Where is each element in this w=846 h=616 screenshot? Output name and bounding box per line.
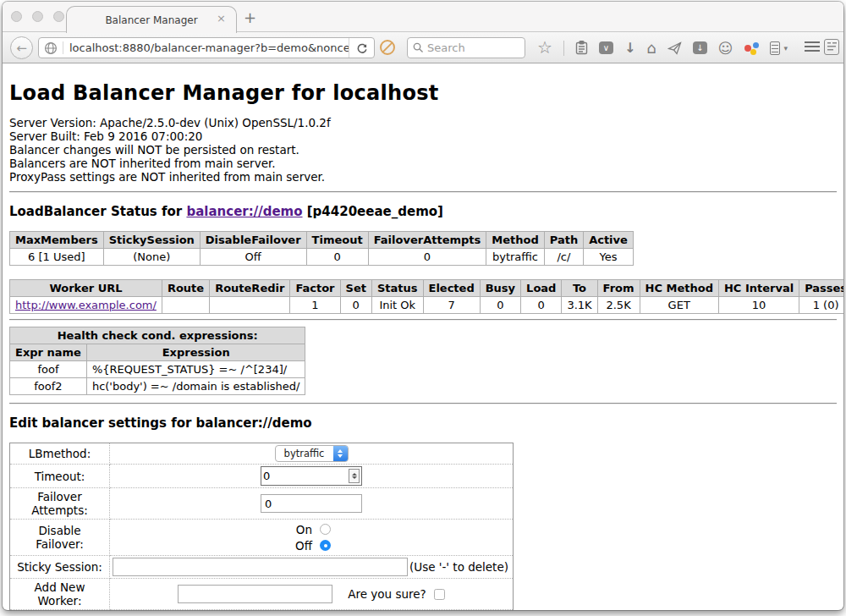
table-cell: 0 [521,297,562,314]
save-download-square-icon[interactable]: ↓ [693,41,707,54]
table-cell [210,297,290,314]
column-header: Busy [480,280,520,297]
proxypass-notice-line: ProxyPass settings are NOT inherited fro… [9,170,837,184]
timeout-input[interactable] [263,470,349,482]
table-cell: Init Ok [371,297,423,314]
failover-attempts-row: Failover Attempts: [10,488,514,520]
bookmark-star-icon[interactable]: ☆ [537,37,552,58]
disable-failover-off-radio[interactable] [320,540,331,551]
lbmethod-label: LBmethod: [10,443,110,465]
table-cell: foof2 [10,378,87,395]
status-heading-prefix: LoadBalancer Status for [9,204,186,219]
page-content: Load Balancer Manager for localhost Serv… [3,81,843,610]
url-bar[interactable]: localhost:8880/balancer-manager?b=demo&n… [38,37,375,58]
table-header-row: MaxMembersStickySessionDisableFailoverTi… [10,232,634,249]
are-you-sure-checkbox[interactable] [434,589,445,600]
disable-failover-on-radio[interactable] [320,524,331,535]
table-cell: 0 [306,249,368,266]
number-spinner-icon[interactable] [349,469,360,483]
column-header: HC Method [640,280,718,297]
table-cell: 6 [1 Used] [10,249,104,266]
toolbar-divider [563,41,564,56]
reload-button[interactable] [349,38,374,58]
table-cell: 10 [718,297,799,314]
table-row: foof2hc('body') =~ /domain is establishe… [10,378,305,395]
table-row: http://www.example.com/10Init Ok7003.1K2… [10,297,844,314]
select-stepper-icon [333,446,348,461]
tab-close-icon[interactable]: × [217,13,226,24]
on-radio-label: On [292,523,312,536]
persist-notice-line: Balancer changes will NOT be persisted o… [9,143,837,157]
table-cell: hc('body') =~ /domain is established/ [86,378,305,395]
table-cell: 2.5K [597,297,640,314]
column-header: Elected [423,280,480,297]
clipboard-icon[interactable] [575,41,588,55]
content-blocked-icon[interactable] [380,40,395,55]
new-tab-button[interactable]: + [244,8,256,26]
table-row: 6 [1 Used](None)Off00bytraffic/c/Yes [10,249,634,266]
toolbar-icons: ☆ ∨ ↓ ⌂ ↓ ☺ ▾ [537,32,788,63]
window-zoom-button[interactable] [53,11,64,22]
back-button[interactable]: ← [10,36,33,59]
lbmethod-selected-value: bytraffic [276,446,333,461]
table-cell: 7 [423,297,480,314]
section-divider [9,191,837,193]
off-radio-label: Off [292,539,312,553]
table-cell: 0 [340,297,371,314]
table-cell: http://www.example.com/ [10,297,162,314]
timeout-label: Timeout: [10,465,110,488]
table-cell: /c/ [544,249,583,266]
table-row: foof%{REQUEST_STATUS} =~ /^[234]/ [10,361,305,378]
lbmethod-select[interactable]: bytraffic [275,445,349,462]
table-cell: 1 (0) [799,297,843,314]
browser-titlebar: Balancer Manager × + [3,2,843,32]
home-icon[interactable]: ⌂ [646,39,656,57]
server-built-line: Server Built: Feb 9 2016 07:00:20 [9,129,837,143]
browser-navbar: ← localhost:8880/balancer-manager?b=demo… [3,32,843,63]
window-minimize-button[interactable] [32,11,43,22]
smiley-icon[interactable]: ☺ [718,40,733,57]
column-header: Passes [799,280,843,297]
table-cell: Yes [584,249,634,266]
search-bar[interactable]: Search [407,37,525,58]
colored-dots-extension-icon[interactable] [744,41,759,55]
balancer-demo-link[interactable]: balancer://demo [186,204,302,219]
column-header: Method [486,232,544,249]
server-info: Server Version: Apache/2.5.0-dev (Unix) … [9,116,837,184]
search-placeholder: Search [427,41,465,54]
failover-attempts-input[interactable] [261,494,362,513]
send-plane-icon[interactable] [667,41,682,55]
worker-url-link[interactable]: http://www.example.com/ [15,299,157,311]
add-worker-label: Add New Worker: [10,579,110,610]
sidebar-notebook-icon[interactable] [770,41,780,55]
pocket-icon[interactable]: ∨ [599,41,613,54]
browser-tab[interactable]: Balancer Manager × [66,6,237,33]
downloads-icon[interactable]: ↓ [624,40,635,56]
table-cell: (None) [103,249,200,266]
section-divider [9,403,837,404]
balancers-notice-line: Balancers are NOT inherited from main se… [9,157,837,170]
column-header: Route [162,280,209,297]
table-cell: GET [640,297,718,314]
loadbalancer-status-heading: LoadBalancer Status for balancer://demo … [9,204,837,219]
chevron-down-icon[interactable]: ▾ [784,44,788,52]
menu-hamburger-icon[interactable] [805,41,820,54]
table-cell: 3.1K [562,297,597,314]
site-identity-globe-icon[interactable] [44,41,58,55]
column-header: Active [584,232,634,249]
column-header: StickySession [103,232,200,249]
column-header: From [597,280,640,297]
search-icon [413,42,424,53]
tab-title: Balancer Manager [105,14,197,26]
disable-failover-label: Disable Failover: [10,520,110,556]
window-close-button[interactable] [11,11,22,22]
grid-tiles-icon[interactable] [824,39,839,55]
column-header: Set [340,280,371,297]
url-text[interactable]: localhost:8880/balancer-manager?b=demo&n… [63,41,349,54]
column-header: FailoverAttempts [368,232,486,249]
timeout-row: Timeout: [10,465,514,488]
sticky-session-input[interactable] [113,558,408,576]
add-worker-input[interactable] [178,585,332,603]
table-cell: 1 [290,297,340,314]
column-header: RouteRedir [210,280,290,297]
